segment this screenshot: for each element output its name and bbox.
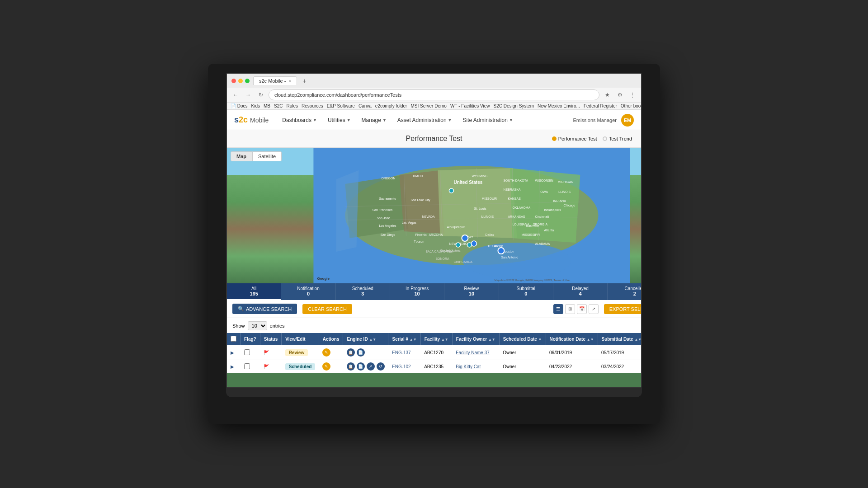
bookmark-canva[interactable]: Canva [359,103,372,108]
tab-submittal[interactable]: Submittal 0 [499,283,553,300]
facility-link[interactable]: Facility Name 37 [456,350,489,355]
facility-link[interactable]: Big Kitty Cat [456,364,481,369]
bookmark-kids[interactable]: Kids [251,103,260,108]
nav-dashboards[interactable]: Dashboards ▼ [278,115,321,125]
svg-text:CHIHUAHUA: CHIHUAHUA [453,260,472,263]
doc-icon[interactable]: 📋 [347,362,355,371]
file-icon[interactable]: 📄 [357,348,365,357]
new-tab-btn[interactable]: + [302,77,306,84]
svg-text:ALABAMA: ALABAMA [535,242,550,245]
engine-id-link[interactable]: ENG-137 [392,350,411,355]
chart-view-btn[interactable]: ⊞ [565,304,575,314]
entries-select[interactable]: 10 25 50 [248,321,267,330]
file-icon[interactable]: 📄 [357,362,365,371]
col-engine-id[interactable]: Engine ID ▲▼ [343,333,388,345]
col-notification-date[interactable]: Notification Date ▲▼ [546,333,598,345]
satellite-view-btn[interactable]: Satellite [252,151,282,161]
grid-view-btn[interactable]: ☰ [553,304,563,314]
bookmark-nm[interactable]: New Mexico Enviro... [538,103,580,108]
cell-flag: 🚩 [260,345,282,360]
bookmark-docs[interactable]: 📄 Docs [231,103,248,108]
laptop-screen: s2c Mobile - × + ← → ↻ ★ ⚙ ⋮ 📄 Docs Kids… [226,73,642,388]
edit-icon[interactable]: ✎ [322,362,330,371]
bookmark-btn[interactable]: ★ [602,90,612,100]
refresh-btn[interactable]: ↻ [256,90,266,100]
forward-btn[interactable]: → [243,90,253,100]
bookmark-rules[interactable]: Rules [286,103,298,108]
cell-scheduled-date: 06/01/2019 [546,345,598,360]
col-facility[interactable]: Facility ▲▼ [420,333,452,345]
svg-text:WISCONSIN: WISCONSIN [535,179,553,182]
col-serial[interactable]: Serial # ▲▼ [388,333,420,345]
bookmark-resources[interactable]: Resources [302,103,323,108]
tab-cancelled[interactable]: Cancelled 2 [608,283,642,300]
row-checkbox[interactable] [244,363,250,369]
cell-facility: Facility Name 37 [452,345,499,360]
main-content: Map Satellite [227,148,641,387]
select-all-checkbox[interactable] [231,336,236,342]
close-window-btn[interactable] [231,79,236,83]
toggle-test-trend[interactable]: Test Trend [603,136,632,141]
menu-btn[interactable]: ⋮ [627,90,637,100]
col-submittal-date[interactable]: Submittal Date ▲▼ [598,333,642,345]
svg-text:MICHIGAN: MICHIGAN [557,180,573,183]
tab-in-progress[interactable]: In Progress 10 [390,283,444,300]
row-checkbox[interactable] [244,349,250,355]
maximize-window-btn[interactable] [245,79,250,83]
tab-notification[interactable]: Notification 0 [281,283,335,300]
browser-tab[interactable]: s2c Mobile - × [253,76,297,85]
share-icon[interactable]: ↗ [367,362,375,371]
clear-search-btn[interactable]: CLEAR SEARCH [302,304,352,314]
nav-asset-admin[interactable]: Asset Administration ▼ [393,115,457,125]
bookmark-msi[interactable]: MSI Server Demo [410,103,446,108]
nav-manage[interactable]: Manage ▼ [357,115,391,125]
app-header: s2c Mobile Dashboards ▼ Utilities ▼ Mana… [227,110,641,130]
bookmark-s2cdesign[interactable]: S2C Design System [494,103,534,108]
col-facility-owner[interactable]: Facility Owner ▲▼ [452,333,499,345]
svg-text:OREGON: OREGON [381,177,395,180]
nav-utilities[interactable]: Utilities ▼ [323,115,355,125]
nav-site-admin[interactable]: Site Administration ▼ [458,115,517,125]
bookmark-other[interactable]: Other bookmarks [621,103,641,108]
extensions-btn[interactable]: ⚙ [615,90,625,100]
map-view-btn[interactable]: Map [231,151,252,161]
cell-checkbox [241,360,260,373]
svg-text:United States: United States [453,180,482,185]
bookmark-e2comply[interactable]: e2comply folder [375,103,407,108]
export-view-btn[interactable]: ↗ [589,304,599,314]
tab-delayed[interactable]: Delayed 4 [553,283,608,300]
bookmark-ep[interactable]: E&P Software [327,103,355,108]
tab-all[interactable]: All 165 [227,283,281,300]
svg-text:ILLINOIS: ILLINOIS [481,215,494,218]
edit-icon[interactable]: ✎ [322,348,330,357]
minimize-window-btn[interactable] [238,79,243,83]
bookmark-s2c[interactable]: S2C [274,103,283,108]
bookmark-federal[interactable]: Federal Register [584,103,617,108]
svg-text:IDAHO: IDAHO [413,174,423,178]
calendar-view-btn[interactable]: 📅 [577,304,587,314]
advance-search-btn[interactable]: 🔍 ADVANCE SEARCH [232,304,297,314]
status-badge: Review [285,349,308,356]
doc-icon[interactable]: 📋 [347,348,355,357]
toggle-performance-test[interactable]: Performance Test [552,136,597,141]
back-btn[interactable]: ← [231,90,241,100]
user-avatar[interactable]: EM [621,114,634,127]
tab-review[interactable]: Review 10 [444,283,499,300]
data-table: Flag? Status View/Edit [227,333,642,373]
col-scheduled-date[interactable]: Scheduled Date ▼ [499,333,546,345]
engine-id-link[interactable]: ENG-102 [392,364,411,369]
app-container: s2c Mobile Dashboards ▼ Utilities ▼ Mana… [227,110,641,387]
tab-scheduled[interactable]: Scheduled 3 [336,283,390,300]
bookmark-mb[interactable]: MB [264,103,270,108]
tab-close-btn[interactable]: × [288,79,291,84]
show-label: Show [232,323,245,328]
col-status: Status [260,333,282,345]
refresh-icon[interactable]: ↺ [377,362,385,371]
bookmark-wf[interactable]: WF - Facilities View [450,103,490,108]
view-icons: ☰ ⊞ 📅 ↗ [553,304,599,314]
row-expander-btn[interactable]: ▶ [231,364,234,369]
address-bar[interactable] [269,89,599,100]
export-selection-btn[interactable]: EXPORT SELECTION [604,304,642,314]
svg-text:Albuquerque: Albuquerque [447,225,465,229]
row-expander-btn[interactable]: ▶ [231,350,234,355]
